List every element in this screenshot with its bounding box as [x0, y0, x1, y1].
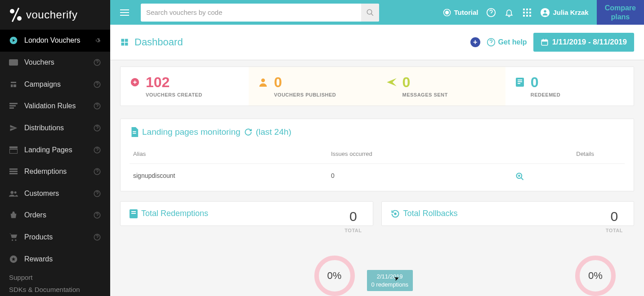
sidebar-item-london-vouchers[interactable]: London Vouchers [0, 30, 110, 52]
chart-tooltip: ➤ 2/11/2019 0 redemptions [367, 270, 413, 291]
svg-rect-52 [518, 80, 522, 80]
help-icon[interactable] [93, 211, 101, 219]
zoom-icon[interactable] [515, 172, 594, 181]
get-help-label: Get help [498, 38, 527, 46]
svg-point-17 [14, 191, 17, 194]
svg-rect-38 [526, 15, 528, 17]
stat-value: 102 [146, 75, 202, 89]
stat-messages-sent[interactable]: 0 MESSAGES SENT [377, 67, 505, 106]
target-icon [443, 8, 452, 17]
search-button[interactable] [361, 4, 379, 22]
nav-label: Customers [24, 190, 59, 198]
svg-rect-6 [9, 107, 14, 109]
col-issues-header: Issues occurred [331, 150, 515, 157]
donut-pct: 0% [588, 270, 603, 282]
get-help-link[interactable]: Get help [487, 38, 527, 47]
sent-icon [386, 77, 397, 88]
bell-icon[interactable] [504, 8, 514, 18]
stat-redeemed[interactable]: 0 REDEEMED [505, 67, 634, 106]
svg-rect-45 [125, 43, 128, 46]
restore-icon [391, 209, 400, 218]
subheader: Dashboard + Get help 1/11/2019 - 8/11/20… [110, 25, 644, 60]
stat-label: VOUCHERS CREATED [146, 92, 202, 97]
search-input[interactable] [141, 4, 379, 22]
col-alias-header: Alias [133, 150, 331, 157]
svg-rect-33 [529, 9, 531, 10]
svg-rect-54 [518, 83, 520, 84]
help-icon[interactable] [93, 124, 101, 132]
help-circle-icon[interactable] [486, 8, 496, 18]
svg-rect-48 [541, 40, 548, 42]
help-icon[interactable] [93, 233, 101, 241]
nav-label: Rewards [24, 255, 53, 263]
sidebar-item-rewards[interactable]: Rewards [0, 248, 110, 270]
sidebar-item-products[interactable]: Products [0, 226, 110, 248]
stat-label: REDEEMED [531, 92, 560, 97]
people-icon [9, 190, 18, 197]
sidebar-item-vouchers[interactable]: Vouchers [0, 52, 110, 74]
apps-grid-icon[interactable] [522, 8, 532, 18]
total-label: TOTAL [606, 228, 623, 233]
tutorial-label: Tutorial [454, 9, 479, 16]
svg-rect-44 [121, 43, 125, 46]
date-range-picker[interactable]: 1/11/2019 - 8/11/2019 [533, 33, 634, 52]
svg-rect-13 [9, 171, 18, 172]
svg-rect-24 [120, 9, 129, 10]
person-icon [258, 77, 268, 88]
sidebar-item-validation-rules[interactable]: Validation Rules [0, 95, 110, 117]
stat-vouchers-created[interactable]: 102 VOUCHERS CREATED [121, 67, 249, 106]
brand-logo[interactable]: voucherify [0, 0, 110, 30]
svg-rect-10 [9, 149, 18, 154]
content: 102 VOUCHERS CREATED 0 VOUCHERS PUBLISHE… [110, 60, 644, 296]
stat-label: VOUCHERS PUBLISHED [274, 92, 336, 97]
donut-chart: 0% [575, 256, 616, 296]
svg-rect-53 [518, 81, 522, 82]
dashboard-icon [120, 38, 129, 47]
svg-point-21 [15, 239, 16, 241]
svg-rect-14 [9, 173, 18, 174]
star-circle-icon [9, 255, 18, 263]
user-menu[interactable]: Julia Krzak [540, 8, 588, 18]
help-icon[interactable] [93, 80, 101, 88]
tutorial-link[interactable]: Tutorial [443, 8, 479, 17]
gear-icon[interactable] [93, 36, 101, 44]
user-name: Julia Krzak [553, 9, 588, 16]
help-icon[interactable] [93, 168, 101, 176]
sidebar-item-landing-pages[interactable]: Landing Pages [0, 139, 110, 161]
add-button[interactable]: + [470, 37, 480, 47]
stat-value: 0 [531, 75, 560, 89]
menu-toggle-icon[interactable] [116, 4, 134, 22]
help-icon[interactable] [93, 146, 101, 154]
plus-circle-icon [130, 77, 140, 88]
help-icon [487, 38, 496, 47]
help-icon[interactable] [93, 190, 101, 198]
refresh-icon[interactable] [244, 128, 252, 136]
sidebar-item-orders[interactable]: Orders [0, 204, 110, 226]
list-icon [9, 168, 18, 175]
nav-label: Validation Rules [24, 102, 76, 110]
svg-rect-25 [120, 12, 129, 13]
sidebar-item-campaigns[interactable]: Campaigns [0, 73, 110, 95]
total-rollbacks-card: Total Rollbacks 0 TOTAL 0% ➤ 2/11/2019 0… [381, 201, 635, 226]
help-icon[interactable] [93, 102, 101, 110]
svg-rect-34 [523, 12, 525, 13]
cell-issues: 0 [331, 172, 515, 181]
stat-vouchers-published[interactable]: 0 VOUCHERS PUBLISHED [249, 67, 377, 106]
panel-suffix: (last 24h) [256, 127, 291, 137]
svg-point-41 [544, 10, 547, 13]
table-row: signupdiscount 0 [130, 164, 625, 183]
svg-point-27 [367, 9, 372, 14]
compare-plans-button[interactable]: Compare plans [597, 0, 644, 25]
help-icon[interactable] [93, 58, 101, 66]
svg-rect-60 [131, 213, 136, 214]
svg-point-29 [445, 11, 448, 14]
date-range-label: 1/11/2019 - 8/11/2019 [552, 38, 627, 47]
donut-chart: 0% [314, 256, 355, 296]
sidebar-item-redemptions[interactable]: Redemptions [0, 161, 110, 183]
rules-icon [9, 103, 18, 109]
sidebar-item-customers[interactable]: Customers [0, 182, 110, 204]
sidebar-item-distributions[interactable]: Distributions [0, 117, 110, 139]
sidebar-item-docs[interactable]: SDKs & Documentation [0, 283, 110, 296]
svg-rect-37 [523, 15, 525, 17]
svg-rect-12 [9, 168, 18, 170]
